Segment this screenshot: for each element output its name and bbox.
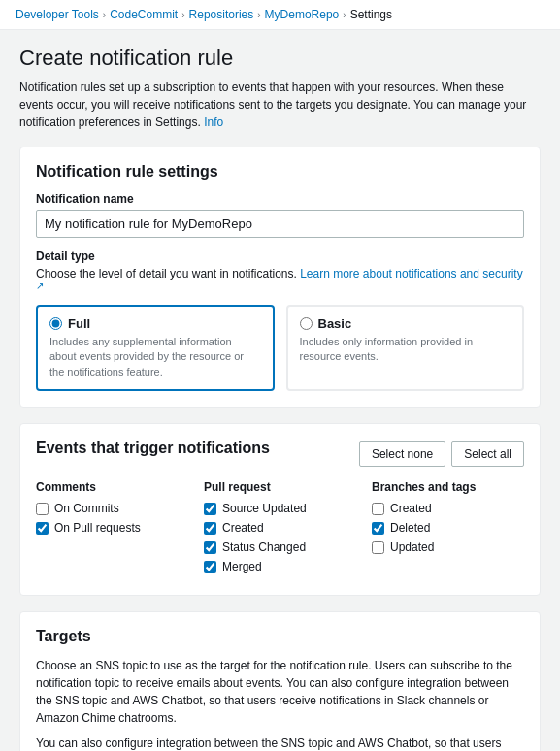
breadcrumb-settings: Settings (350, 8, 392, 21)
chevron-icon-1: › (103, 10, 106, 20)
targets-desc1: Choose an SNS topic to use as the target… (36, 657, 524, 727)
notification-settings-title: Notification rule settings (36, 163, 524, 180)
chevron-icon-3: › (257, 10, 260, 20)
detail-type-options: Full Includes any supplemental informati… (36, 305, 524, 391)
merged-label: Merged (222, 560, 262, 573)
events-title: Events that trigger notifications (36, 440, 270, 457)
comments-col-title: Comments (36, 480, 188, 494)
checkbox-branch-updated[interactable] (372, 541, 384, 554)
branch-deleted-label: Deleted (390, 521, 430, 535)
branch-created-label: Created (390, 502, 432, 515)
detail-basic-desc: Includes only information provided in re… (300, 335, 511, 365)
targets-title: Targets (36, 628, 524, 645)
checkbox-branch-deleted[interactable] (372, 522, 384, 535)
detail-option-basic[interactable]: Basic Includes only information provided… (286, 305, 525, 391)
checkbox-source-updated[interactable] (204, 503, 216, 515)
targets-card: Targets Choose an SNS topic to use as th… (19, 611, 541, 751)
event-pr-created: Created (204, 521, 356, 535)
events-col-branches: Branches and tags Created Deleted Update… (372, 480, 524, 579)
notification-name-label: Notification name (36, 192, 524, 206)
chevron-icon-2: › (181, 10, 184, 20)
chevron-icon-4: › (343, 10, 346, 20)
checkbox-pr-created[interactable] (204, 522, 216, 535)
event-branch-updated: Updated (372, 540, 524, 554)
external-link-icon: ↗ (36, 280, 44, 291)
notification-settings-card: Notification rule settings Notification … (19, 147, 541, 408)
status-changed-label: Status Changed (222, 540, 306, 554)
targets-desc2: You can also configure integration betwe… (36, 735, 524, 751)
breadcrumb-developer-tools[interactable]: Developer Tools (16, 8, 99, 21)
checkbox-on-pull-requests[interactable] (36, 522, 49, 535)
breadcrumb-codecommit[interactable]: CodeCommit (110, 8, 178, 21)
checkbox-merged[interactable] (204, 561, 216, 573)
checkbox-branch-created[interactable] (372, 503, 384, 515)
event-on-commits: On Commits (36, 502, 188, 515)
events-header: Events that trigger notifications Select… (36, 440, 524, 469)
detail-full-label: Full (68, 316, 90, 331)
breadcrumb-repositories[interactable]: Repositories (189, 8, 254, 21)
detail-full-desc: Includes any supplemental information ab… (49, 335, 261, 379)
detail-type-sublabel: Choose the level of detail you want in n… (36, 267, 524, 297)
detail-type-label: Detail type (36, 249, 524, 263)
pr-created-label: Created (222, 521, 264, 535)
breadcrumb: Developer Tools › CodeCommit › Repositor… (0, 0, 560, 30)
events-col-pull-request: Pull request Source Updated Created Stat… (204, 480, 356, 579)
notification-name-input[interactable] (36, 210, 524, 238)
select-none-button[interactable]: Select none (359, 441, 445, 467)
detail-option-full[interactable]: Full Includes any supplemental informati… (36, 305, 275, 391)
branches-col-title: Branches and tags (372, 480, 524, 494)
checkbox-status-changed[interactable] (204, 541, 216, 554)
detail-radio-basic[interactable] (300, 317, 313, 330)
event-branch-created: Created (372, 502, 524, 515)
page-title: Create notification rule (19, 46, 541, 71)
event-merged: Merged (204, 560, 356, 573)
event-status-changed: Status Changed (204, 540, 356, 554)
event-on-pull-requests: On Pull requests (36, 521, 188, 535)
events-columns: Comments On Commits On Pull requests Pul… (36, 480, 524, 579)
events-col-comments: Comments On Commits On Pull requests (36, 480, 188, 579)
breadcrumb-mydemorepo[interactable]: MyDemoRepo (265, 8, 340, 21)
branch-updated-label: Updated (390, 540, 434, 554)
source-updated-label: Source Updated (222, 502, 307, 515)
events-card: Events that trigger notifications Select… (19, 423, 541, 596)
select-all-button[interactable]: Select all (451, 441, 524, 467)
checkbox-on-commits[interactable] (36, 503, 49, 515)
detail-radio-full[interactable] (49, 317, 62, 330)
page-description: Notification rules set up a subscription… (19, 79, 541, 131)
detail-basic-label: Basic (318, 316, 352, 331)
on-commits-label: On Commits (54, 502, 119, 515)
pull-request-col-title: Pull request (204, 480, 356, 494)
event-source-updated: Source Updated (204, 502, 356, 515)
event-branch-deleted: Deleted (372, 521, 524, 535)
info-link[interactable]: Info (204, 115, 223, 129)
on-pull-requests-label: On Pull requests (54, 521, 141, 535)
